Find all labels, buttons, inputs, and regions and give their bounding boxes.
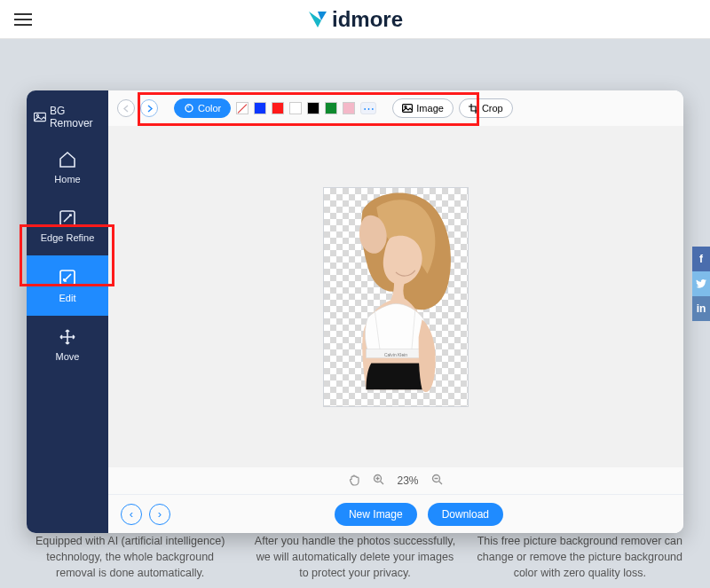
sidebar: BG Remover Home Edge Refine Edit	[27, 90, 108, 533]
palette-icon	[184, 103, 194, 114]
top-bar: idmore	[0, 0, 710, 39]
facebook-share-button[interactable]: f	[692, 247, 710, 271]
crop-tab-label: Crop	[482, 103, 503, 114]
sidebar-item-label: Edge Refine	[41, 232, 95, 243]
twitter-share-button[interactable]	[692, 271, 710, 296]
svg-text:Calvin Klein: Calvin Klein	[384, 352, 407, 357]
home-icon	[58, 151, 77, 169]
swatch-green[interactable]	[325, 102, 337, 114]
sidebar-item-label: Edit	[59, 293, 76, 303]
canvas-panel: Color ⋯ Image Crop	[108, 90, 683, 533]
prev-image-button[interactable]: ‹	[121, 504, 142, 525]
hand-tool-icon[interactable]	[349, 474, 360, 489]
zoom-bar: 23%	[108, 467, 683, 494]
subject-silhouette: Calvin Klein	[324, 188, 468, 405]
edit-icon	[58, 268, 77, 287]
swatch-white[interactable]	[289, 102, 302, 114]
linkedin-share-button[interactable]: in	[692, 296, 710, 321]
redo-button[interactable]	[140, 99, 158, 117]
svg-point-7	[405, 106, 406, 108]
image-icon	[402, 104, 413, 113]
image-tab[interactable]: Image	[392, 98, 454, 118]
sidebar-title: BG Remover	[27, 96, 108, 138]
image-frame: Calvin Klein	[323, 187, 469, 407]
zoom-out-icon[interactable]	[431, 474, 443, 488]
image-viewport[interactable]: Calvin Klein	[108, 126, 683, 467]
sidebar-item-edit[interactable]: Edit	[27, 255, 108, 316]
color-picker-button[interactable]: ⋯	[360, 102, 376, 114]
logo-icon	[307, 9, 330, 30]
feature-columns: Equipped with AI (artificial intelligenc…	[0, 533, 710, 581]
bg-remover-icon	[34, 112, 46, 122]
swatch-pink[interactable]	[343, 102, 355, 114]
download-button[interactable]: Download	[428, 503, 503, 526]
bottom-bar: ‹ › New Image Download	[108, 494, 683, 533]
undo-button[interactable]	[117, 99, 135, 117]
image-tab-label: Image	[416, 103, 444, 114]
zoom-value: 23%	[397, 474, 418, 487]
sidebar-item-label: Home	[54, 174, 80, 184]
swatch-red[interactable]	[272, 102, 284, 114]
svg-point-5	[187, 106, 189, 108]
swatch-black[interactable]	[307, 102, 320, 114]
next-image-button[interactable]: ›	[149, 504, 170, 525]
zoom-in-icon[interactable]	[373, 474, 384, 488]
menu-icon[interactable]	[14, 13, 32, 26]
svg-point-1	[36, 114, 38, 116]
sidebar-item-edge-refine[interactable]: Edge Refine	[27, 197, 108, 255]
crop-icon	[469, 104, 478, 114]
edge-refine-icon	[59, 209, 76, 227]
swatch-blue[interactable]	[254, 102, 266, 114]
new-image-button[interactable]: New Image	[335, 503, 417, 526]
feature-col-2: After you handle the photos successfully…	[250, 533, 460, 581]
edit-toolbar: Color ⋯ Image Crop	[108, 90, 683, 126]
bg-remover-app: BG Remover Home Edge Refine Edit	[27, 90, 683, 533]
color-tab[interactable]: Color	[174, 98, 231, 118]
brand-text: idmore	[332, 7, 403, 32]
svg-point-4	[185, 105, 193, 112]
swatch-transparent[interactable]	[236, 102, 248, 114]
feature-col-3: This free picture background remover can…	[476, 533, 685, 581]
move-icon	[59, 328, 76, 346]
sidebar-item-label: Move	[56, 351, 80, 362]
social-rail: f in	[692, 247, 710, 321]
sidebar-item-move[interactable]: Move	[27, 316, 108, 374]
feature-col-1: Equipped with AI (artificial intelligenc…	[26, 533, 235, 581]
color-tab-label: Color	[198, 103, 221, 114]
brand-logo[interactable]: idmore	[307, 7, 403, 32]
crop-tab[interactable]: Crop	[459, 98, 513, 118]
sidebar-item-home[interactable]: Home	[27, 138, 108, 197]
